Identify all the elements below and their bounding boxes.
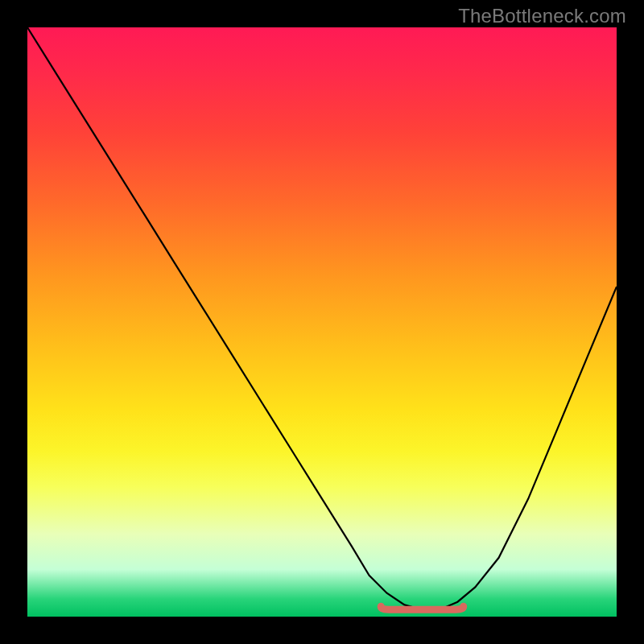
chart-svg bbox=[27, 27, 617, 617]
valley-highlight bbox=[381, 606, 464, 609]
chart-frame: TheBottleneck.com bbox=[0, 0, 644, 644]
bottleneck-curve bbox=[27, 27, 617, 609]
attribution-text: TheBottleneck.com bbox=[458, 5, 626, 27]
plot-area bbox=[27, 27, 617, 617]
